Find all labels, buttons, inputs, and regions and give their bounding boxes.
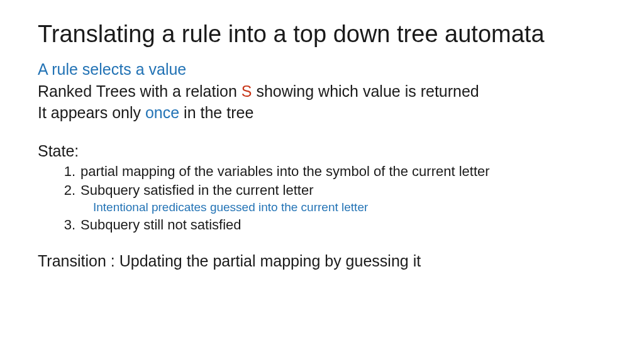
- list-number: 2.: [57, 181, 75, 200]
- line1-part1: Ranked Trees with a relation: [38, 82, 242, 100]
- list-text: Subquery satisfied in the current letter: [80, 182, 314, 198]
- line2-part2: in the tree: [179, 104, 253, 121]
- list-number: 3.: [57, 216, 75, 234]
- slide-title: Translating a rule into a top down tree …: [38, 20, 606, 49]
- list-number: 1.: [57, 162, 75, 181]
- state-list: 1. partial mapping of the variables into…: [38, 162, 606, 234]
- subtitle: A rule selects a value: [38, 60, 606, 79]
- list-item: 2. Subquery satisfied in the current let…: [80, 181, 606, 200]
- line2-part1: It appears only: [38, 104, 145, 121]
- body-line-1: Ranked Trees with a relation S showing w…: [38, 81, 606, 102]
- list-text: Subquery still not satisfied: [80, 217, 242, 233]
- body-line-2: It appears only once in the tree: [38, 102, 606, 123]
- list-text: partial mapping of the variables into th…: [80, 163, 490, 179]
- line1-part2: showing which value is returned: [252, 82, 479, 100]
- state-label: State:: [38, 141, 606, 162]
- highlight-once: once: [145, 104, 179, 121]
- list-subnote: Intentional predicates guessed into the …: [80, 199, 606, 216]
- list-item: 3. Subquery still not satisfied: [80, 216, 606, 234]
- transition-line: Transition : Updating the partial mappin…: [38, 251, 606, 272]
- list-item: 1. partial mapping of the variables into…: [80, 162, 606, 181]
- highlight-s: S: [242, 82, 252, 100]
